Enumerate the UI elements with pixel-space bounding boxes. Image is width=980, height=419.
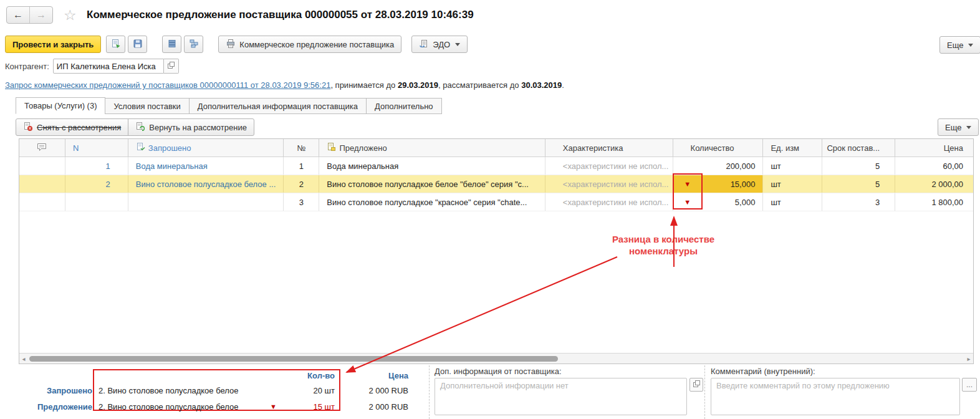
- cell-offered: Вино столовое полусладкое белое "белое" …: [319, 175, 545, 193]
- column-header-num[interactable]: №: [284, 139, 319, 157]
- more-button-top[interactable]: Еще: [939, 36, 980, 54]
- supplier-info-textarea[interactable]: [435, 378, 687, 415]
- qty-decrease-icon: ▼: [673, 181, 702, 188]
- history-nav: ← →: [6, 6, 53, 24]
- tab-supplier-additional-info[interactable]: Дополнительная информация поставщика: [189, 98, 367, 114]
- summary-price-header: Цена: [352, 371, 408, 380]
- dropdown-caret-icon: [968, 44, 973, 47]
- cell-qty: 15,000: [702, 180, 763, 189]
- scrollbar-thumb[interactable]: [29, 356, 558, 362]
- accept-date: 29.03.2019: [398, 80, 438, 90]
- edo-label: ЭДО: [433, 40, 450, 49]
- contragent-input[interactable]: [53, 59, 164, 74]
- horizontal-scrollbar[interactable]: ◂ ▸: [19, 353, 973, 364]
- panel-separator: [704, 365, 705, 419]
- column-header-price[interactable]: Цена: [895, 139, 973, 157]
- post-and-close-button[interactable]: Провести и закрыть: [5, 36, 101, 53]
- summary-offer-qty: 15 шт: [284, 402, 335, 412]
- column-header-requested[interactable]: Запрошено: [128, 139, 284, 157]
- column-header-offered[interactable]: Предложено: [319, 139, 545, 157]
- comment-column-header[interactable]: [19, 139, 65, 157]
- related-documents-icon: [189, 39, 199, 51]
- register-records-button[interactable]: [162, 36, 181, 53]
- page-title: Коммерческое предложение поставщика 0000…: [87, 9, 474, 21]
- print-offer-button[interactable]: Коммерческое предложение поставщика: [218, 36, 401, 53]
- remove-from-review-button[interactable]: Снять с рассмотрения: [16, 118, 128, 136]
- table-row[interactable]: 3 Вино столовое полусладкое "красное" се…: [19, 193, 973, 211]
- cell-term: 5: [822, 175, 895, 193]
- cell-requested: [128, 193, 284, 211]
- internal-comment-textarea[interactable]: [711, 378, 960, 415]
- post-document-button[interactable]: [106, 36, 125, 53]
- qty-decrease-icon: ▼: [270, 403, 277, 410]
- cell-price: 2 000,00: [895, 175, 973, 193]
- request-link[interactable]: Запрос коммерческих предложений у постав…: [5, 80, 330, 90]
- tab-delivery-terms[interactable]: Условия поставки: [105, 98, 189, 114]
- cell-num: 3: [284, 193, 319, 211]
- scroll-right-icon[interactable]: ▸: [964, 355, 973, 362]
- column-header-term[interactable]: Срок постав...: [822, 139, 895, 157]
- summary-offer-item: 2. Вино столовое полусладкое белое: [98, 402, 267, 412]
- cell-price: 60,00: [895, 157, 973, 175]
- review-date: 30.03.2019: [521, 80, 562, 90]
- remove-from-review-icon: [23, 122, 33, 133]
- tab-goods-services[interactable]: Товары (Услуги) (3): [16, 97, 105, 114]
- column-header-offered-label: Предложено: [339, 143, 387, 153]
- comment-more-button[interactable]: ...: [962, 378, 977, 392]
- summary-requested-qty: 20 шт: [284, 386, 335, 395]
- dot: .: [562, 80, 564, 90]
- back-button[interactable]: ←: [7, 7, 30, 23]
- requested-doc-icon: [136, 142, 145, 153]
- cell-offered: Вино столовое полусладкое "красное" сери…: [319, 193, 545, 211]
- open-window-icon: [167, 62, 175, 71]
- summary-requested-item: 2. Вино столовое полусладкое белое: [98, 386, 267, 395]
- internal-comment-label: Комментарий (внутренний):: [711, 367, 815, 376]
- forward-button[interactable]: →: [30, 7, 52, 23]
- qty-decrease-icon: ▼: [673, 199, 702, 206]
- scroll-left-icon[interactable]: ◂: [19, 355, 28, 362]
- comment-icon: [37, 143, 47, 153]
- favorite-star-icon[interactable]: ☆: [64, 7, 77, 24]
- table-command-bar: Снять с рассмотрения Вернуть на рассмотр…: [16, 118, 254, 136]
- remove-from-review-label: Снять с рассмотрения: [37, 123, 121, 132]
- related-documents-button[interactable]: [184, 36, 203, 53]
- document-window: ← → ☆ Коммерческое предложение поставщик…: [0, 0, 980, 419]
- print-offer-label: Коммерческое предложение поставщика: [239, 40, 394, 49]
- review-prefix: , рассматривается до: [438, 80, 521, 90]
- summary-offer-label: Предложение: [19, 402, 92, 412]
- edo-button[interactable]: ЭДО: [411, 36, 468, 53]
- table-row-selected[interactable]: 2 Вино столовое полусладкое белое ... 2 …: [19, 175, 973, 193]
- tab-bar: Товары (Услуги) (3) Условия поставки Доп…: [16, 97, 441, 114]
- register-records-icon: [167, 39, 177, 51]
- tab-additional[interactable]: Дополнительно: [366, 98, 442, 114]
- column-header-unit[interactable]: Ед. изм: [763, 139, 822, 157]
- contragent-row: Контрагент:: [5, 59, 179, 74]
- cell-requested: Вода минеральная: [128, 157, 284, 175]
- more-button-table[interactable]: Еще: [938, 118, 979, 136]
- table-row[interactable]: 1 Вода минеральная 1 Вода минеральная <х…: [19, 157, 973, 175]
- more-label: Еще: [945, 123, 961, 132]
- cell-n: 1: [65, 157, 128, 175]
- summary-requested-label: Запрошено: [19, 386, 92, 395]
- cell-requested: Вино столовое полусладкое белое ...: [128, 175, 284, 193]
- summary-offer-price: 2 000 RUB: [352, 402, 408, 412]
- items-table: N Запрошено № Предложено Характеристика …: [19, 138, 974, 364]
- save-button[interactable]: [128, 36, 147, 53]
- offered-doc-icon: [327, 142, 336, 153]
- cell-offered: Вода минеральная: [319, 157, 545, 175]
- printer-icon: [226, 39, 236, 51]
- save-icon: [133, 39, 143, 51]
- column-header-n[interactable]: N: [65, 139, 128, 157]
- open-contragent-button[interactable]: [164, 59, 179, 74]
- summary-requested-price: 2 000 RUB: [352, 386, 408, 395]
- column-header-characteristic[interactable]: Характеристика: [545, 139, 673, 157]
- cell-qty: 200,000: [702, 161, 763, 171]
- post-document-icon: [111, 39, 121, 51]
- return-to-review-button[interactable]: Вернуть на рассмотрение: [128, 118, 254, 136]
- cell-unit: шт: [763, 175, 822, 193]
- column-header-qty[interactable]: Количество: [673, 139, 764, 157]
- return-to-review-label: Вернуть на рассмотрение: [149, 123, 247, 132]
- open-supplier-info-button[interactable]: [689, 378, 703, 392]
- cell-num: 2: [284, 175, 319, 193]
- summary-qty-header: Кол-во: [284, 371, 335, 380]
